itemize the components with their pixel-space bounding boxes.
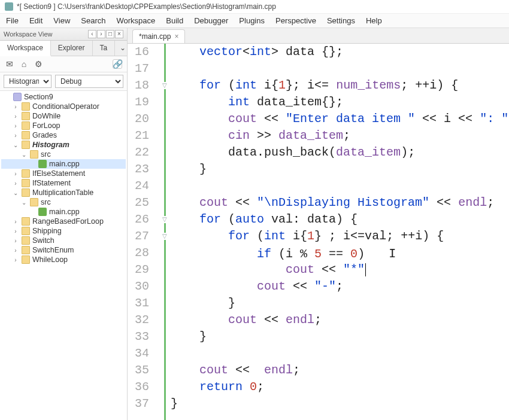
code-line[interactable]: for (auto val: data) { [171, 211, 509, 228]
panel-ctrl-0[interactable]: ‹ [88, 30, 96, 38]
code-line[interactable]: } [171, 295, 509, 312]
tree-item-multiplicationtable[interactable]: ⌄MultiplicationTable [1, 188, 126, 197]
menu-perspective[interactable]: Perspective [275, 16, 316, 25]
send-icon[interactable]: ✉ [5, 59, 14, 69]
menu-view[interactable]: View [53, 16, 70, 25]
tree-item-forloop[interactable]: ›ForLoop [1, 121, 126, 130]
line-number: 25 [135, 194, 149, 211]
folder-icon [22, 236, 30, 245]
tree-item-whileloop[interactable]: ›WhileLoop [1, 255, 126, 264]
tree-twisty[interactable]: › [12, 218, 19, 225]
home-icon[interactable]: ⌂ [19, 59, 29, 69]
fold-marker[interactable]: ▽ [161, 82, 168, 89]
tree-twisty[interactable]: › [12, 123, 19, 129]
code-line[interactable] [171, 178, 509, 194]
tree-twisty[interactable]: › [12, 247, 19, 254]
tree-item-section9[interactable]: Section9 [1, 92, 126, 102]
tree-item-histogram[interactable]: ⌄Histogram [1, 140, 126, 150]
code-line[interactable]: cin >> data_item; [171, 127, 509, 144]
code-line[interactable]: cout << "*" [171, 261, 509, 278]
menu-edit[interactable]: Edit [29, 16, 43, 25]
tree-item-src[interactable]: ⌄src [1, 150, 126, 159]
menu-debugger[interactable]: Debugger [194, 16, 228, 25]
project-select[interactable]: Histogram [4, 75, 51, 88]
tree-item-label: WhileLoop [32, 255, 68, 264]
text-cursor [365, 263, 366, 276]
code-line[interactable]: data.push_back(data_item); [171, 144, 509, 161]
close-icon[interactable]: × [174, 32, 178, 41]
tree-twisty[interactable]: › [12, 257, 19, 263]
editor-tab-main-cpp[interactable]: *main.cpp × [132, 29, 185, 43]
tree-twisty[interactable]: ⌄ [20, 151, 28, 158]
code-line[interactable]: cout << "-"; [171, 278, 509, 295]
tree-item-rangebasedforloop[interactable]: ›RangeBasedForLoop [1, 217, 126, 226]
workspace-tab-workspace[interactable]: Workspace [0, 41, 51, 56]
line-number: 32 [135, 312, 149, 328]
gear-icon[interactable]: ⚙ [34, 59, 43, 69]
panel-ctrl-2[interactable]: □ [106, 30, 114, 38]
menu-workspace[interactable]: Workspace [117, 16, 156, 25]
project-tree[interactable]: Section9›ConditionalOperator›DoWhile›For… [0, 91, 127, 420]
tree-item-src[interactable]: ⌄src [1, 197, 126, 207]
tree-twisty[interactable]: › [12, 180, 19, 187]
menu-plugins[interactable]: Plugins [239, 16, 265, 25]
tree-item-ifelsestatement[interactable]: ›IfElseStatement [1, 169, 126, 178]
workspace-tab-ta[interactable]: Ta [93, 41, 116, 56]
panel-ctrl-3[interactable]: × [115, 30, 123, 38]
code-line[interactable]: cout << "Enter data item " << i << ": "; [171, 111, 509, 127]
tree-twisty[interactable]: › [12, 228, 19, 235]
workspace-config-selects: Histogram Debug [0, 72, 127, 91]
menu-search[interactable]: Search [81, 16, 105, 25]
app-icon [5, 2, 13, 11]
menu-settings[interactable]: Settings [327, 16, 355, 25]
code-line[interactable]: cout << endl; [171, 312, 509, 328]
code-line[interactable]: cout << endl; [171, 362, 509, 379]
tree-item-main-cpp[interactable]: main.cpp [1, 207, 126, 217]
code-line[interactable]: int data_item{}; [171, 94, 509, 111]
build-config-select[interactable]: Debug [55, 75, 123, 88]
code-line[interactable]: return 0; [171, 379, 509, 395]
code-line[interactable]: cout << "\nDisplaying Histogram" << endl… [171, 194, 509, 211]
tree-twisty[interactable]: › [12, 238, 19, 244]
code-line[interactable]: } [171, 328, 509, 345]
tree-twisty[interactable]: ⌄ [20, 199, 28, 206]
code-line[interactable]: for (int i{1} ; i<=val; ++i) { [171, 228, 509, 245]
line-number: 17 [135, 60, 149, 77]
tree-item-switch[interactable]: ›Switch [1, 236, 126, 245]
tree-item-switchenum[interactable]: ›SwitchEnum [1, 245, 126, 255]
tree-twisty[interactable]: › [12, 113, 19, 120]
code-line[interactable] [171, 345, 509, 362]
tree-item-dowhile[interactable]: ›DoWhile [1, 111, 126, 121]
panel-ctrl-1[interactable]: › [97, 30, 105, 38]
fold-marker[interactable]: ▽ [161, 233, 168, 240]
window-title: *[ Section9 ] C:\Users\frank\Desktop\CPP… [17, 2, 276, 11]
tree-twisty[interactable]: › [12, 132, 19, 139]
line-number: 29 [135, 261, 149, 278]
fold-marker[interactable]: ▽ [161, 216, 168, 223]
workspace-icon [13, 93, 22, 101]
line-number: 31 [135, 295, 149, 312]
menu-build[interactable]: Build [166, 16, 183, 25]
code-line[interactable]: if (i % 5 == 0)I [171, 245, 509, 261]
code-area[interactable]: vector<int> data {}; for (int i{1}; i<= … [171, 44, 509, 420]
tree-twisty[interactable]: ⌄ [12, 142, 19, 148]
tree-item-conditionaloperator[interactable]: ›ConditionalOperator [1, 102, 126, 111]
code-line[interactable]: } [171, 395, 509, 412]
tree-twisty[interactable]: ⌄ [12, 190, 19, 196]
tree-item-grades[interactable]: ›Grades [1, 130, 126, 140]
link-icon[interactable]: 🔗 [113, 59, 122, 69]
workspace-tab-explorer[interactable]: Explorer [51, 41, 93, 56]
tree-item-shipping[interactable]: ›Shipping [1, 226, 126, 236]
code-line[interactable]: for (int i{1}; i<= num_items; ++i) { [171, 77, 509, 94]
line-number: 23 [135, 161, 149, 178]
tree-twisty[interactable]: › [12, 104, 19, 110]
code-line[interactable]: vector<int> data {}; [171, 44, 509, 60]
menu-file[interactable]: File [6, 16, 19, 25]
tree-item-main-cpp[interactable]: main.cpp [1, 159, 126, 169]
tree-item-ifstatement[interactable]: ›IfStatement [1, 178, 126, 188]
code-line[interactable] [171, 60, 509, 77]
code-line[interactable]: } [171, 161, 509, 178]
editor-body[interactable]: 1617181920212223242526272829303132333435… [128, 44, 509, 420]
menu-help[interactable]: Help [366, 16, 382, 25]
tree-twisty[interactable]: › [12, 171, 19, 177]
